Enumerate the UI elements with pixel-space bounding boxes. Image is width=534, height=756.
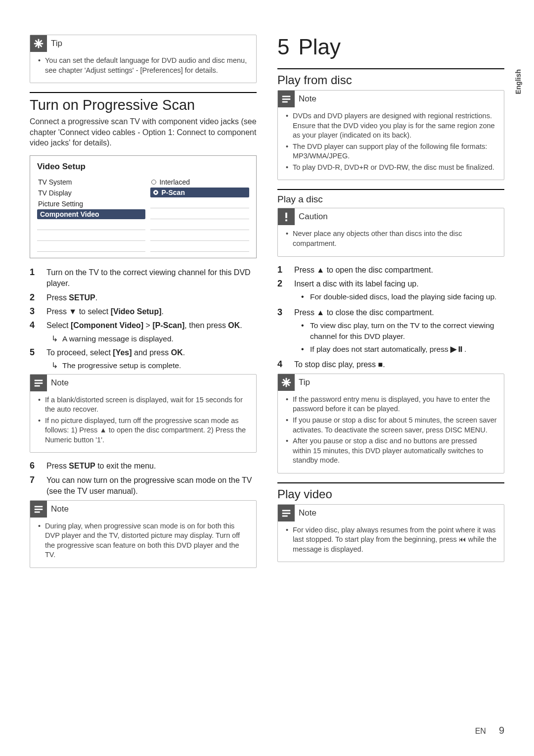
tip-label: Tip — [299, 378, 310, 387]
chapter-heading: 5Play — [277, 35, 504, 59]
svg-rect-2 — [35, 385, 40, 386]
language-tab: English — [514, 69, 522, 94]
menu-item: Picture Setting — [37, 198, 145, 209]
tip-label: Tip — [51, 39, 62, 48]
svg-rect-10 — [285, 220, 287, 222]
video-setup-menu: Video Setup TV System TV Display Picture… — [30, 155, 257, 258]
svg-rect-13 — [282, 515, 288, 517]
svg-rect-0 — [35, 379, 43, 381]
footer-lang: EN — [475, 727, 486, 736]
right-column: 5Play Play from disc Note DVDs and DVD p… — [277, 35, 504, 576]
caution-label: Caution — [299, 212, 328, 222]
menu-title: Video Setup — [37, 162, 249, 172]
heading-progressive-scan: Turn on Progressive Scan — [30, 97, 257, 113]
step-text: Press ▼ to select [Video Setup]. — [46, 306, 257, 317]
svg-rect-5 — [35, 511, 40, 513]
note-item: For video disc, play always resumes from… — [285, 525, 497, 555]
step-text: Turn on the TV to the correct viewing ch… — [46, 267, 257, 289]
step-text: Press SETUP to exit the menu. — [46, 461, 257, 472]
down-arrow-icon: ▼ — [69, 307, 77, 316]
note-label: Note — [51, 378, 69, 388]
note-box-2: Note During play, when progressive scan … — [30, 500, 257, 568]
radio-empty-icon — [151, 180, 156, 185]
step-text: Select [Component Video] > [P-Scan], the… — [46, 320, 257, 344]
tip-item: After you pause or stop a disc and no bu… — [285, 436, 497, 466]
note-item: If no picture displayed, turn off the pr… — [37, 416, 249, 445]
heading-play-video: Play video — [277, 487, 504, 501]
exclamation-icon — [278, 208, 295, 225]
note-box-3: Note DVDs and DVD players are designed w… — [277, 90, 504, 180]
note-icon — [30, 501, 47, 518]
note-box-4: Note For video disc, play always resumes… — [277, 504, 504, 563]
note-box-1: Note If a blank/distorted screen is disp… — [30, 374, 257, 453]
note-item: DVDs and DVD players are designed with r… — [285, 111, 497, 141]
note-item: If a blank/distorted screen is displayed… — [37, 395, 249, 415]
note-icon — [278, 91, 295, 107]
svg-rect-6 — [282, 96, 291, 97]
menu-option-selected: P-Scan — [150, 188, 249, 197]
tip-item: If the password entry menu is displayed,… — [285, 395, 497, 414]
step-text: Press SETUP. — [46, 292, 257, 303]
left-column: Tip You can set the default language for… — [30, 35, 257, 576]
note-icon — [30, 375, 47, 391]
menu-item: TV System — [37, 177, 145, 188]
note-label: Note — [51, 504, 69, 514]
eject-icon: ▲ — [316, 266, 324, 274]
note-label: Note — [299, 508, 316, 518]
step-text: Insert a disc with its label facing up. … — [294, 279, 504, 304]
play-pause-icon: ▶⏸ — [450, 345, 464, 353]
sub-step: For double-sided discs, load the playing… — [294, 291, 504, 302]
heading-play-from-disc: Play from disc — [277, 73, 504, 87]
sub-step: A warning message is displayed. — [46, 333, 257, 344]
menu-item-selected: Component Video — [37, 209, 145, 219]
svg-rect-4 — [35, 509, 43, 510]
step-text: To proceed, select [Yes] and press OK. T… — [46, 347, 257, 371]
menu-option: Interlaced — [150, 177, 249, 188]
svg-rect-8 — [282, 101, 288, 103]
radio-filled-icon — [153, 190, 158, 195]
tip-box-2: Tip If the password entry menu is displa… — [277, 374, 504, 473]
note-item: During play, when progressive scan mode … — [37, 521, 249, 560]
svg-rect-9 — [285, 213, 287, 218]
sub-step: To view disc play, turn on the TV to the… — [294, 320, 504, 341]
tip-item: If you pause or stop a disc for about 5 … — [285, 416, 497, 435]
asterisk-icon — [30, 35, 47, 52]
asterisk-icon — [278, 374, 295, 391]
note-icon — [278, 505, 295, 521]
caution-box-1: Caution Never place any objects other th… — [277, 208, 504, 256]
heading-play-a-disc: Play a disc — [277, 194, 504, 205]
page-footer: EN 9 — [475, 725, 504, 736]
svg-rect-11 — [282, 510, 291, 511]
note-item: The DVD player can support play of the f… — [285, 142, 497, 161]
tip-item: You can set the default language for DVD… — [37, 56, 249, 75]
step-text: Press ▲ to close the disc compartment. T… — [294, 307, 504, 356]
caution-item: Never place any objects other than discs… — [285, 229, 497, 248]
page-number: 9 — [499, 725, 504, 736]
menu-item: TV Display — [37, 188, 145, 198]
note-label: Note — [299, 94, 316, 104]
svg-rect-7 — [282, 98, 291, 100]
eject-icon: ▲ — [316, 308, 324, 317]
svg-rect-3 — [35, 506, 43, 507]
step-text: Press ▲ to open the disc compartment. — [294, 265, 504, 276]
step-text: To stop disc play, press ■. — [294, 359, 504, 370]
svg-rect-1 — [35, 382, 43, 384]
sub-step: If play does not start automatically, pr… — [294, 344, 504, 355]
step-text: You can now turn on the progressive scan… — [46, 475, 257, 497]
note-item: To play DVD-R, DVD+R or DVD-RW, the disc… — [285, 163, 497, 173]
intro-text: Connect a progressive scan TV with compo… — [30, 116, 257, 148]
svg-rect-12 — [282, 513, 291, 514]
stop-icon: ■ — [378, 360, 383, 369]
tip-box-1: Tip You can set the default language for… — [30, 35, 257, 83]
sub-step: The progressive setup is complete. — [46, 360, 257, 371]
